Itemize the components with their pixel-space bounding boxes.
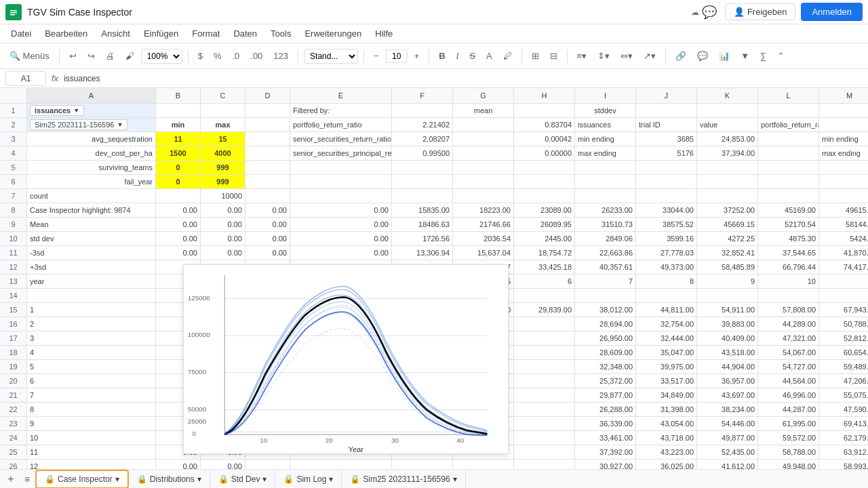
cell-L4[interactable]: [758, 146, 819, 160]
cell-C1[interactable]: [201, 104, 245, 117]
cell-K18[interactable]: 43,518.00: [697, 346, 758, 359]
comment-icon[interactable]: 💬: [699, 2, 719, 22]
cell-H17[interactable]: [514, 331, 575, 345]
cell-I24[interactable]: 33,461.00: [575, 431, 636, 445]
cell-F3[interactable]: 2.08207: [392, 132, 453, 146]
cell-L14[interactable]: [758, 289, 819, 302]
cell-A23[interactable]: 9: [27, 417, 156, 430]
menu-daten[interactable]: Daten: [228, 26, 262, 41]
cell-B1[interactable]: [156, 104, 201, 117]
cell-A6[interactable]: fail_year: [27, 175, 156, 188]
print-btn[interactable]: 🖨: [102, 49, 119, 63]
cell-M3[interactable]: min ending: [819, 132, 868, 146]
tab-std-dev[interactable]: 🔒 Std Dev ▾: [210, 470, 276, 489]
search-menu-btn[interactable]: 🔍 Menüs: [5, 49, 54, 63]
sheet-menu-btn[interactable]: ≡: [19, 471, 35, 487]
cell-E5[interactable]: [290, 161, 392, 174]
menu-einfuegen[interactable]: Einfügen: [138, 26, 184, 41]
cell-G9[interactable]: 21746.66: [453, 218, 514, 231]
freigeben-button[interactable]: 👤 Freigeben: [725, 3, 796, 20]
cell-B2[interactable]: min: [156, 118, 201, 131]
cell-G2[interactable]: [453, 118, 514, 131]
cell-H1[interactable]: [514, 104, 575, 117]
cell-K15[interactable]: 54,911.00: [697, 303, 758, 317]
cell-F10[interactable]: 1726.56: [392, 232, 453, 245]
cell-K7[interactable]: [697, 189, 758, 203]
tab-dropdown-icon[interactable]: ▾: [115, 474, 119, 484]
cell-K24[interactable]: 49,877.00: [697, 431, 758, 445]
cell-C6[interactable]: 999: [201, 175, 245, 188]
col-header-J[interactable]: J: [636, 88, 697, 103]
cell-M12[interactable]: 74,417.76: [819, 260, 868, 274]
col-header-F[interactable]: F: [392, 88, 453, 103]
cell-L21[interactable]: 46,996.00: [758, 388, 819, 402]
cell-K22[interactable]: 38,234.00: [697, 403, 758, 416]
cell-I17[interactable]: 26,950.00: [575, 331, 636, 345]
undo-btn[interactable]: ↩: [65, 49, 81, 63]
cell-H6[interactable]: [514, 175, 575, 188]
cell-H8[interactable]: 23089.00: [514, 203, 575, 217]
cell-G11[interactable]: 15,637.04: [453, 246, 514, 260]
cell-F2[interactable]: 2.21402: [392, 118, 453, 131]
cell-G7[interactable]: [453, 189, 514, 203]
cell-I16[interactable]: 28,694.00: [575, 317, 636, 331]
cell-D3[interactable]: [245, 132, 290, 146]
cell-M18[interactable]: 60,654.00: [819, 346, 868, 359]
cell-I10[interactable]: 2849.06: [575, 232, 636, 245]
cell-M20[interactable]: 47,206.00: [819, 374, 868, 388]
cell-M9[interactable]: 58144.06: [819, 218, 868, 231]
cell-A7[interactable]: count: [27, 189, 156, 203]
cell-M5[interactable]: [819, 161, 868, 174]
cell-A2[interactable]: Sim25 2023111-156596 ▼: [27, 118, 156, 131]
cell-K14[interactable]: [697, 289, 758, 302]
cell-A22[interactable]: 8: [27, 403, 156, 416]
cell-C4[interactable]: 4000: [201, 146, 245, 160]
cell-D1[interactable]: [245, 104, 290, 117]
text-color-btn[interactable]: A: [482, 49, 496, 63]
cell-J17[interactable]: 32,444.00: [636, 331, 697, 345]
strikethrough-btn[interactable]: S: [465, 49, 479, 63]
cell-A19[interactable]: 5: [27, 360, 156, 373]
percent-btn[interactable]: %: [210, 49, 226, 63]
formula-btn[interactable]: ∑: [756, 49, 770, 63]
cell-H16[interactable]: [514, 317, 575, 331]
cell-I18[interactable]: 28,609.00: [575, 346, 636, 359]
rotate-btn[interactable]: ↗▾: [639, 49, 660, 63]
cell-J16[interactable]: 32,754.00: [636, 317, 697, 331]
cell-J22[interactable]: 31,398.00: [636, 403, 697, 416]
cell-E11[interactable]: 0.00: [290, 246, 392, 260]
cell-B6[interactable]: 0: [156, 175, 201, 188]
tab-distributions[interactable]: 🔒 Distributions ▾: [129, 470, 210, 489]
cell-F6[interactable]: [392, 175, 453, 188]
cell-L20[interactable]: 44,564.00: [758, 374, 819, 388]
cell-M4[interactable]: max ending: [819, 146, 868, 160]
zoom-select[interactable]: 100%: [141, 49, 182, 64]
cell-I15[interactable]: 38,012.00: [575, 303, 636, 317]
cell-C5[interactable]: 999: [201, 161, 245, 174]
cell-H10[interactable]: 2445.00: [514, 232, 575, 245]
cell-J1[interactable]: [636, 104, 697, 117]
cell-E9[interactable]: 0.00: [290, 218, 392, 231]
cell-H23[interactable]: [514, 417, 575, 430]
cell-M21[interactable]: 55,075.00: [819, 388, 868, 402]
cell-K13[interactable]: 9: [697, 274, 758, 288]
formula-input[interactable]: issuances: [64, 74, 863, 83]
cell-J3[interactable]: 3685: [636, 132, 697, 146]
cell-D8[interactable]: 0.00: [245, 203, 290, 217]
cell-J2[interactable]: trial ID: [636, 118, 697, 131]
cell-C9[interactable]: 0.00: [201, 218, 245, 231]
cell-H20[interactable]: [514, 374, 575, 388]
cell-A16[interactable]: 2: [27, 317, 156, 331]
cell-B3[interactable]: 11: [156, 132, 201, 146]
menu-tools[interactable]: Tools: [265, 26, 296, 41]
cell-D11[interactable]: 0.00: [245, 246, 290, 260]
cell-K23[interactable]: 54,446.00: [697, 417, 758, 430]
borders-btn[interactable]: ⊞: [528, 49, 543, 63]
cell-D4[interactable]: [245, 146, 290, 160]
cell-I6[interactable]: [575, 175, 636, 188]
cell-H5[interactable]: [514, 161, 575, 174]
cell-I14[interactable]: [575, 289, 636, 302]
cell-A5[interactable]: surviving_teams: [27, 161, 156, 174]
wrap-btn[interactable]: ⇔▾: [616, 49, 637, 63]
cell-A18[interactable]: 4: [27, 346, 156, 359]
